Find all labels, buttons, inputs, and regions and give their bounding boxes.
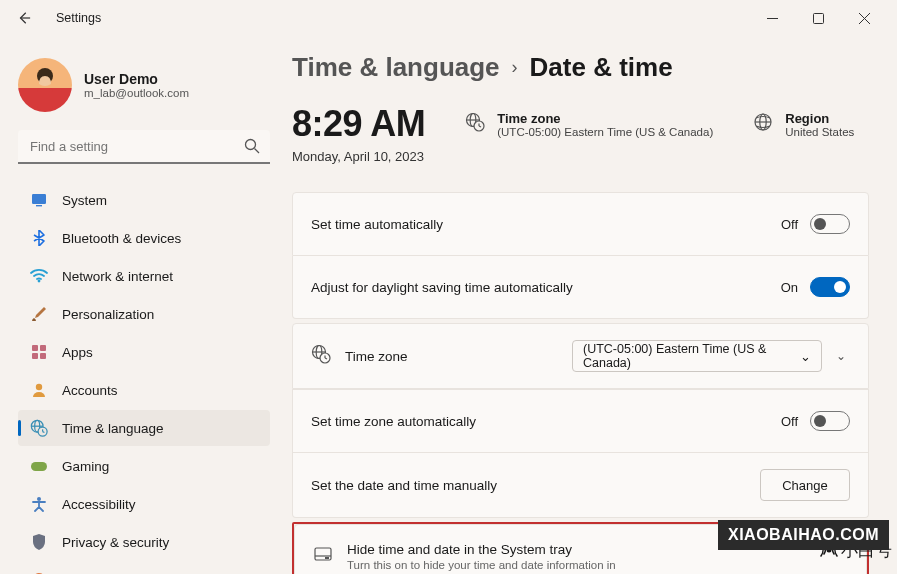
- wifi-icon: [30, 267, 48, 285]
- sidebar-item-label: Network & internet: [62, 269, 173, 284]
- sidebar-item-gaming[interactable]: Gaming: [18, 448, 270, 484]
- globe-icon: [753, 112, 773, 132]
- back-button[interactable]: [10, 4, 38, 32]
- page-title: Date & time: [530, 52, 673, 83]
- sidebar-item-label: Privacy & security: [62, 535, 169, 550]
- svg-rect-14: [40, 353, 46, 359]
- dst-state: On: [781, 280, 798, 295]
- maximize-button[interactable]: [795, 2, 841, 34]
- region-value: United States: [785, 126, 854, 138]
- svg-line-7: [255, 149, 260, 154]
- sidebar-item-windows-update[interactable]: Windows Update: [18, 562, 270, 574]
- current-date: Monday, April 10, 2023: [292, 149, 425, 164]
- svg-rect-41: [325, 557, 329, 559]
- sidebar-item-label: Bluetooth & devices: [62, 231, 181, 246]
- profile-block[interactable]: User Demo m_lab@outlook.com: [18, 58, 270, 112]
- breadcrumb-parent[interactable]: Time & language: [292, 52, 500, 83]
- chevron-right-icon: ›: [512, 57, 518, 78]
- auto-tz-state: Off: [781, 414, 798, 429]
- accessibility-icon: [30, 495, 48, 513]
- dst-label: Adjust for daylight saving time automati…: [311, 280, 781, 295]
- profile-name: User Demo: [84, 71, 189, 87]
- search-input[interactable]: [18, 130, 270, 164]
- sidebar-item-bluetooth[interactable]: Bluetooth & devices: [18, 220, 270, 256]
- svg-point-10: [38, 280, 41, 283]
- shield-icon: [30, 533, 48, 551]
- close-button[interactable]: [841, 2, 887, 34]
- sidebar-item-time-language[interactable]: Time & language: [18, 410, 270, 446]
- window-title: Settings: [56, 11, 101, 25]
- auto-time-state: Off: [781, 217, 798, 232]
- hide-tray-sub: Turn this on to hide your time and date …: [347, 559, 848, 571]
- svg-point-15: [36, 384, 42, 390]
- auto-tz-label: Set time zone automatically: [311, 414, 781, 429]
- svg-point-6: [246, 140, 256, 150]
- sidebar-item-label: Accessibility: [62, 497, 136, 512]
- timezone-select-value: (UTC-05:00) Eastern Time (US & Canada): [583, 342, 800, 370]
- sidebar-item-label: Personalization: [62, 307, 154, 322]
- brush-icon: [30, 305, 48, 323]
- sidebar-item-apps[interactable]: Apps: [18, 334, 270, 370]
- nav-list: SystemBluetooth & devicesNetwork & inter…: [18, 182, 270, 574]
- sidebar-item-label: Apps: [62, 345, 93, 360]
- breadcrumb: Time & language › Date & time: [292, 52, 869, 83]
- svg-rect-9: [36, 205, 42, 206]
- region-title: Region: [785, 111, 854, 126]
- timezone-row-label: Time zone: [345, 349, 572, 364]
- sidebar-item-system[interactable]: System: [18, 182, 270, 218]
- svg-rect-22: [31, 462, 47, 471]
- svg-line-21: [43, 432, 45, 433]
- taskbar-icon: [313, 544, 333, 568]
- dst-toggle[interactable]: [810, 277, 850, 297]
- search-icon: [244, 138, 260, 158]
- profile-email: m_lab@outlook.com: [84, 87, 189, 99]
- sidebar-item-network[interactable]: Network & internet: [18, 258, 270, 294]
- timezone-value: (UTC-05:00) Eastern Time (US & Canada): [497, 126, 713, 138]
- svg-rect-1: [813, 13, 823, 23]
- sidebar-item-accounts[interactable]: Accounts: [18, 372, 270, 408]
- change-button[interactable]: Change: [760, 469, 850, 501]
- svg-rect-13: [32, 353, 38, 359]
- apps-icon: [30, 343, 48, 361]
- current-time: 8:29 AM: [292, 103, 425, 145]
- globe-clock-icon: [311, 344, 331, 368]
- sidebar-item-privacy[interactable]: Privacy & security: [18, 524, 270, 560]
- globe-clock-icon: [30, 419, 48, 437]
- auto-tz-toggle[interactable]: [810, 411, 850, 431]
- timezone-title: Time zone: [497, 111, 713, 126]
- sidebar-item-personalization[interactable]: Personalization: [18, 296, 270, 332]
- svg-point-23: [37, 497, 41, 501]
- manual-time-label: Set the date and time manually: [311, 478, 760, 493]
- auto-time-label: Set time automatically: [311, 217, 781, 232]
- sidebar-item-accessibility[interactable]: Accessibility: [18, 486, 270, 522]
- minimize-button[interactable]: [749, 2, 795, 34]
- globe-clock-icon: [465, 112, 485, 132]
- auto-time-toggle[interactable]: [810, 214, 850, 234]
- sidebar-item-label: System: [62, 193, 107, 208]
- sidebar-item-label: Gaming: [62, 459, 109, 474]
- sidebar: User Demo m_lab@outlook.com SystemBlueto…: [0, 36, 278, 574]
- chevron-down-icon: ⌄: [800, 349, 811, 364]
- titlebar: Settings: [0, 0, 897, 36]
- person-icon: [30, 381, 48, 399]
- avatar: [18, 58, 72, 112]
- watermark: 小白号 XIAOBAIHAO.COM: [817, 538, 893, 562]
- svg-rect-11: [32, 345, 38, 351]
- svg-rect-5: [37, 88, 53, 110]
- display-icon: [30, 191, 48, 209]
- content: Time & language › Date & time 8:29 AM Mo…: [278, 36, 897, 574]
- watermark-domain: XIAOBAIHAO.COM: [718, 520, 889, 550]
- sidebar-item-label: Time & language: [62, 421, 164, 436]
- gamepad-icon: [30, 457, 48, 475]
- sidebar-item-label: Accounts: [62, 383, 118, 398]
- timezone-select[interactable]: (UTC-05:00) Eastern Time (US & Canada) ⌄: [572, 340, 822, 372]
- svg-rect-12: [40, 345, 46, 351]
- bluetooth-icon: [30, 229, 48, 247]
- svg-rect-8: [32, 194, 46, 204]
- chevron-down-icon[interactable]: ⌄: [836, 349, 850, 363]
